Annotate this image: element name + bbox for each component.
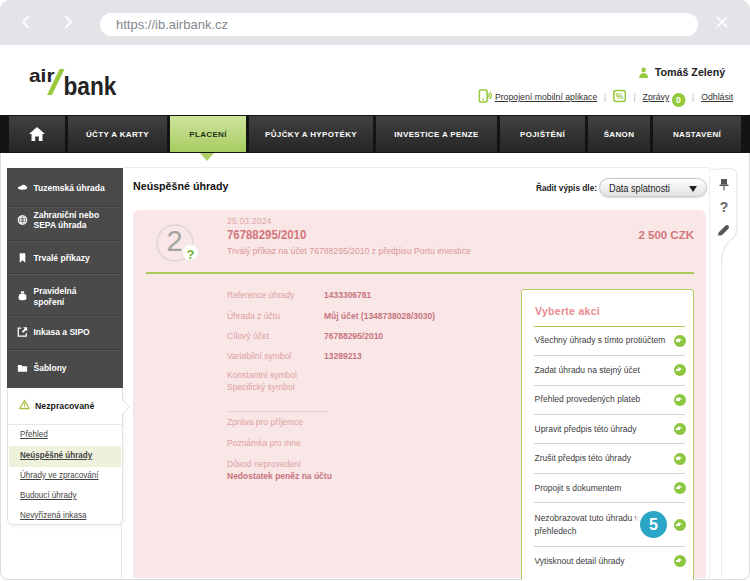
svg-text:air: air (29, 65, 55, 86)
svg-text:%: % (616, 91, 624, 101)
svg-text:?: ? (720, 200, 729, 214)
svg-text:bank: bank (64, 72, 117, 100)
